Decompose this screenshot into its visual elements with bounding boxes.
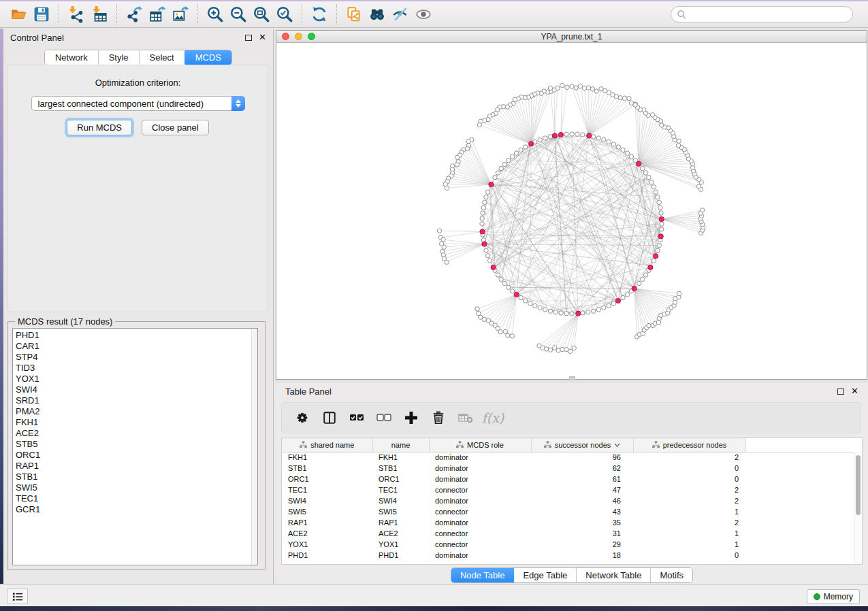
- table-row[interactable]: PHD1PHD1dominator180: [282, 550, 854, 561]
- tab-node-table[interactable]: Node Table: [451, 567, 515, 583]
- network-graph[interactable]: [276, 43, 867, 379]
- column-header-successor-nodes[interactable]: successor nodes: [531, 438, 633, 452]
- memory-button[interactable]: Memory: [807, 589, 860, 604]
- network-canvas[interactable]: [276, 43, 867, 379]
- mcds-result-item[interactable]: STB5: [16, 439, 257, 450]
- mcds-result-item[interactable]: CAR1: [16, 341, 257, 352]
- column-header-MCDS-role[interactable]: MCDS role: [429, 438, 531, 452]
- select-all-button[interactable]: [344, 405, 369, 431]
- zoom-in-button[interactable]: [204, 3, 227, 25]
- table-cell: dominator: [429, 463, 531, 474]
- mcds-result-item[interactable]: STP4: [16, 352, 257, 363]
- open-file-button[interactable]: [7, 3, 30, 25]
- show-hide-graphics-button[interactable]: [389, 3, 412, 25]
- tab-network[interactable]: Network: [45, 50, 99, 65]
- mcds-result-item[interactable]: SWI5: [16, 482, 257, 493]
- function-builder-button[interactable]: f(x): [481, 405, 505, 431]
- network-view-titlebar[interactable]: YPA_prune.txt_1: [276, 31, 867, 43]
- float-panel-icon[interactable]: [837, 389, 844, 395]
- table-cell: PHD1: [372, 550, 429, 561]
- table-row[interactable]: YOX1YOX1connector291: [282, 539, 854, 550]
- table-cell: STB1: [372, 463, 429, 474]
- toolbar-separator: [302, 4, 302, 24]
- column-header-shared-name[interactable]: shared name: [282, 438, 372, 452]
- delete-icon: [431, 410, 446, 425]
- node-table[interactable]: shared namenameMCDS rolesuccessor nodesp…: [281, 437, 863, 565]
- zoom-fit-button[interactable]: [250, 3, 273, 25]
- mcds-list-scrollbar[interactable]: [251, 329, 257, 565]
- main-toolbar: [0, 1, 868, 28]
- mcds-result-item[interactable]: YOX1: [16, 374, 257, 384]
- mcds-result-item[interactable]: STB1: [16, 472, 257, 482]
- table-cell: RAP1: [372, 517, 429, 528]
- mcds-result-item[interactable]: GCR1: [16, 504, 257, 515]
- table-toolbar: f(x): [281, 402, 861, 433]
- mcds-result-item[interactable]: TEC1: [16, 493, 257, 504]
- save-button[interactable]: [30, 3, 53, 25]
- float-panel-icon[interactable]: [245, 35, 252, 41]
- deselect-all-button[interactable]: [372, 405, 396, 431]
- column-header-name[interactable]: name: [372, 438, 429, 452]
- table-row[interactable]: TEC1TEC1connector472: [282, 484, 854, 495]
- mcds-result-item[interactable]: RAP1: [16, 461, 257, 472]
- table-scrollbar-thumb[interactable]: [856, 455, 861, 515]
- table-row[interactable]: STB1STB1dominator620: [282, 463, 854, 474]
- mcds-result-item[interactable]: ORC1: [16, 450, 257, 461]
- mcds-result-item[interactable]: ACE2: [16, 428, 257, 439]
- close-panel-icon[interactable]: ✕: [259, 34, 266, 41]
- delete-table-button[interactable]: [453, 405, 478, 431]
- criterion-select[interactable]: largest connected component (undirected): [31, 96, 245, 111]
- add-column-icon: [403, 410, 419, 426]
- mcds-result-list[interactable]: PHD1CAR1STP4TID3YOX1SWI4SRD1PMA2FKH1ACE2…: [12, 328, 258, 565]
- show-hide-graphics-icon: [391, 5, 409, 23]
- search-input[interactable]: [690, 10, 847, 19]
- table-row[interactable]: RAP1RAP1dominator352: [282, 517, 854, 528]
- refresh-button[interactable]: [308, 3, 331, 25]
- close-panel-icon[interactable]: ✕: [851, 388, 858, 395]
- delete-button[interactable]: [426, 405, 451, 431]
- add-column-button[interactable]: [399, 405, 423, 431]
- table-row[interactable]: SWI4SWI4dominator462: [282, 495, 854, 506]
- table-row[interactable]: ORC1ORC1dominator610: [282, 474, 854, 484]
- copy-network-button[interactable]: [342, 3, 366, 25]
- close-panel-button[interactable]: Close panel: [142, 120, 209, 135]
- memory-label: Memory: [824, 592, 853, 601]
- mcds-result-item[interactable]: SRD1: [16, 395, 257, 406]
- eye-button[interactable]: [412, 3, 435, 25]
- zoom-out-button[interactable]: [227, 3, 250, 25]
- import-network-button[interactable]: [65, 3, 88, 25]
- export-network-button[interactable]: [123, 3, 146, 25]
- tab-style[interactable]: Style: [99, 50, 140, 65]
- export-image-button[interactable]: [169, 3, 192, 25]
- mcds-result-item[interactable]: TID3: [16, 363, 257, 374]
- tab-mcds[interactable]: MCDS: [184, 50, 232, 65]
- tab-motifs[interactable]: Motifs: [651, 568, 692, 582]
- column-header-predecessor-nodes[interactable]: predecessor nodes: [633, 438, 745, 452]
- export-table-button[interactable]: [146, 3, 169, 25]
- show-panels-button[interactable]: [7, 589, 28, 604]
- tab-edge-table[interactable]: Edge Table: [514, 568, 577, 582]
- table-row[interactable]: SWI5SWI5connector431: [282, 506, 854, 517]
- split-divider-handle[interactable]: [569, 376, 575, 380]
- table-cell: [745, 463, 854, 474]
- table-row[interactable]: ACE2ACE2connector311: [282, 528, 854, 539]
- import-table-button[interactable]: [88, 3, 111, 25]
- mcds-result-item[interactable]: PMA2: [16, 406, 257, 417]
- table-cell: ORC1: [282, 474, 372, 484]
- gear-button[interactable]: [290, 405, 315, 431]
- run-mcds-button[interactable]: Run MCDS: [67, 120, 132, 135]
- binoculars-button[interactable]: [366, 3, 389, 25]
- table-cell: 0: [633, 463, 745, 474]
- mcds-result-item[interactable]: SWI4: [16, 384, 257, 395]
- table-scrollbar[interactable]: [854, 452, 862, 564]
- table-cell: FKH1: [282, 452, 372, 463]
- mcds-result-item[interactable]: PHD1: [16, 330, 257, 341]
- column-layout-button[interactable]: [317, 405, 342, 431]
- tab-network-table[interactable]: Network Table: [577, 568, 651, 582]
- mcds-result-item[interactable]: FKH1: [16, 417, 257, 428]
- zoom-selected-button[interactable]: [273, 3, 296, 25]
- delete-table-icon: [457, 410, 474, 426]
- search-field[interactable]: [671, 6, 853, 22]
- tab-select[interactable]: Select: [140, 50, 185, 65]
- table-row[interactable]: FKH1FKH1dominator962: [282, 452, 854, 463]
